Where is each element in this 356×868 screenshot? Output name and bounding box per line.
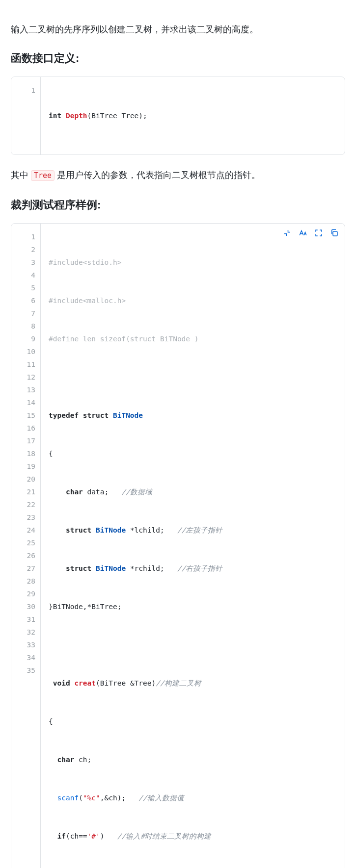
copy-icon[interactable] (330, 229, 339, 239)
code-content: #include<stdio.h> #include<malloc.h> #de… (41, 224, 241, 868)
inline-code-tree: Tree (31, 170, 55, 181)
line-gutter: 1 (11, 77, 41, 154)
svg-rect-0 (333, 231, 337, 236)
fullscreen-icon[interactable] (314, 229, 323, 239)
section-heading-test: 裁判测试程序样例: (11, 198, 345, 212)
line-gutter: 1234567891011121314151617181920212223242… (11, 224, 41, 868)
font-size-icon[interactable] (299, 229, 307, 239)
code-toolbar (283, 229, 339, 239)
test-code-block: 1234567891011121314151617181920212223242… (11, 223, 345, 868)
collapse-icon[interactable] (283, 229, 292, 239)
section-heading-signature: 函数接口定义: (11, 51, 345, 66)
signature-code-block: 1 int Depth(BiTree Tree); (11, 77, 345, 155)
code-content: int Depth(BiTree Tree); (41, 77, 155, 154)
param-description: 其中 Tree 是用户传入的参数，代表指向二叉树根节点的指针。 (11, 167, 345, 183)
problem-description: 输入二叉树的先序序列以创建二叉树，并求出该二叉树的高度。 (11, 22, 345, 37)
